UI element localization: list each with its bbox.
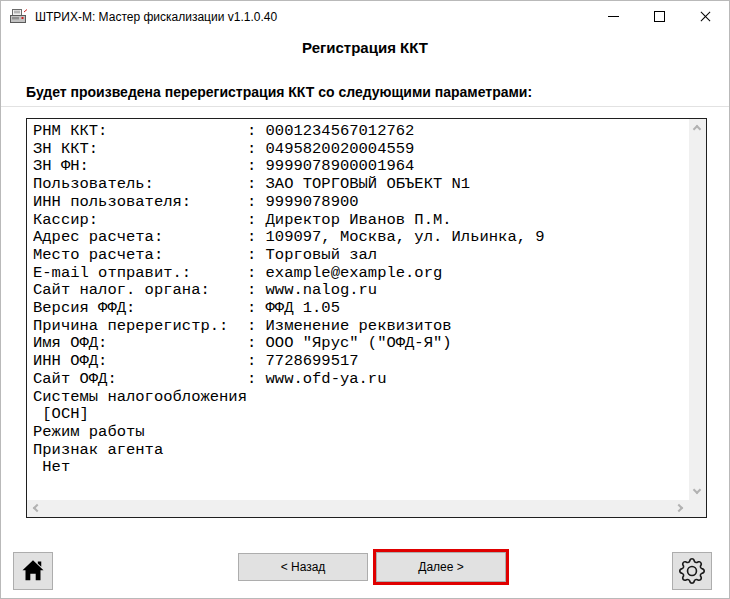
page-title: Регистрация ККТ — [1, 39, 729, 56]
scroll-left-icon[interactable] — [33, 504, 41, 512]
settings-button[interactable] — [672, 552, 712, 590]
home-icon — [20, 559, 46, 583]
back-button[interactable]: < Назад — [238, 553, 368, 581]
red-highlight-annotation: Далее > — [373, 549, 509, 585]
window-title: ШТРИХ-М: Мастер фискализации v1.1.0.40 — [35, 10, 277, 24]
app-window: ШТРИХ-М: Мастер фискализации v1.1.0.40 Р… — [0, 0, 730, 599]
registration-params-text: РНМ ККТ: : 0001234567012762 ЗН ККТ: : 04… — [33, 123, 687, 498]
vertical-scrollbar[interactable] — [689, 119, 706, 500]
intro-text: Будет произведена перерегистрация ККТ со… — [26, 84, 532, 100]
scroll-down-icon[interactable] — [693, 486, 701, 494]
divider — [1, 106, 730, 107]
horizontal-scrollbar[interactable] — [27, 500, 689, 517]
registration-params-textbox[interactable]: РНМ ККТ: : 0001234567012762 ЗН ККТ: : 04… — [26, 118, 707, 518]
scroll-right-icon[interactable] — [675, 504, 683, 512]
close-icon[interactable] — [683, 1, 729, 32]
scrollbar-corner — [689, 500, 706, 517]
next-button[interactable]: Далее > — [376, 552, 506, 582]
titlebar: ШТРИХ-М: Мастер фискализации v1.1.0.40 — [1, 1, 729, 32]
maximize-icon[interactable] — [637, 1, 683, 32]
scroll-up-icon[interactable] — [693, 125, 701, 133]
window-controls — [591, 1, 729, 32]
minimize-icon[interactable] — [591, 1, 637, 32]
gear-icon — [679, 558, 705, 584]
home-button[interactable] — [13, 552, 53, 590]
fiscal-printer-icon — [9, 8, 29, 25]
